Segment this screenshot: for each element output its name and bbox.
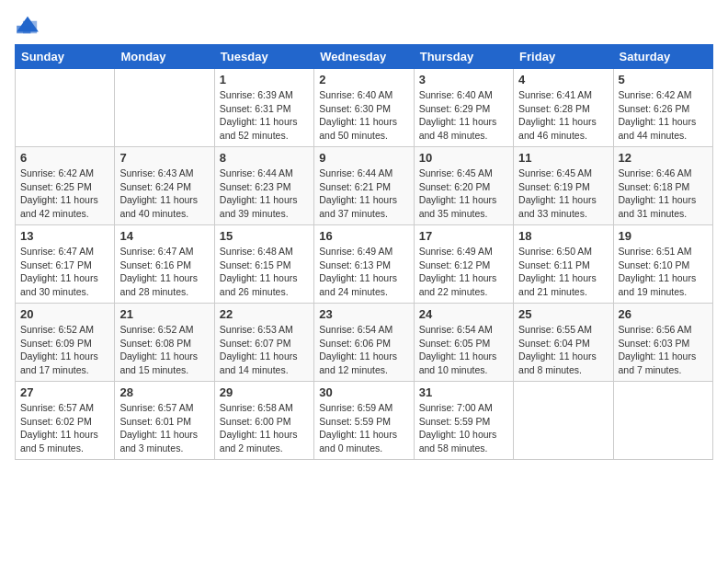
calendar-cell: 7Sunrise: 6:43 AMSunset: 6:24 PMDaylight… — [115, 147, 214, 225]
daylight-text: Daylight: 11 hours and 40 minutes. — [119, 193, 209, 220]
cell-content: Sunrise: 6:40 AMSunset: 6:30 PMDaylight:… — [319, 88, 408, 143]
cell-content: Sunrise: 6:53 AMSunset: 6:07 PMDaylight:… — [220, 323, 309, 377]
cell-content: Sunrise: 6:48 AMSunset: 6:15 PMDaylight:… — [220, 245, 309, 299]
sunrise-text: Sunrise: 6:43 AM — [119, 167, 209, 180]
calendar-cell: 13Sunrise: 6:47 AMSunset: 6:17 PMDayligh… — [16, 225, 115, 304]
cell-content: Sunrise: 6:47 AMSunset: 6:16 PMDaylight:… — [119, 245, 209, 299]
sunrise-text: Sunrise: 6:54 AM — [319, 323, 408, 337]
calendar-table: SundayMondayTuesdayWednesdayThursdayFrid… — [15, 44, 713, 460]
cell-content: Sunrise: 6:55 AMSunset: 6:04 PMDaylight:… — [518, 323, 608, 377]
day-number: 26 — [619, 307, 708, 321]
sunset-text: Sunset: 6:13 PM — [319, 259, 408, 272]
sunrise-text: Sunrise: 6:46 AM — [619, 167, 708, 180]
day-number: 3 — [419, 73, 508, 86]
day-number: 13 — [20, 229, 109, 243]
calendar-cell — [16, 69, 115, 147]
sunrise-text: Sunrise: 6:57 AM — [20, 401, 109, 415]
calendar-cell: 28Sunrise: 6:57 AMSunset: 6:01 PMDayligh… — [115, 382, 214, 460]
sunset-text: Sunset: 6:17 PM — [20, 259, 109, 272]
cell-content: Sunrise: 6:49 AMSunset: 6:12 PMDaylight:… — [419, 245, 508, 299]
sunset-text: Sunset: 6:20 PM — [419, 180, 508, 194]
daylight-text: Daylight: 11 hours and 33 minutes. — [518, 193, 608, 220]
day-number: 23 — [319, 307, 408, 321]
sunrise-text: Sunrise: 6:44 AM — [220, 167, 309, 180]
sunset-text: Sunset: 6:09 PM — [20, 337, 109, 350]
day-number: 17 — [419, 229, 508, 243]
daylight-text: Daylight: 11 hours and 7 minutes. — [619, 350, 708, 376]
calendar-cell: 11Sunrise: 6:45 AMSunset: 6:19 PMDayligh… — [514, 147, 613, 225]
calendar-cell: 24Sunrise: 6:54 AMSunset: 6:05 PMDayligh… — [414, 304, 513, 382]
svg-rect-2 — [17, 26, 30, 33]
sunset-text: Sunset: 6:28 PM — [518, 102, 608, 116]
calendar-cell: 16Sunrise: 6:49 AMSunset: 6:13 PMDayligh… — [314, 225, 414, 304]
sunrise-text: Sunrise: 6:52 AM — [20, 323, 109, 337]
calendar-cell: 5Sunrise: 6:42 AMSunset: 6:26 PMDaylight… — [613, 69, 712, 147]
daylight-text: Daylight: 11 hours and 48 minutes. — [419, 115, 508, 142]
sunset-text: Sunset: 6:19 PM — [518, 180, 608, 194]
daylight-text: Daylight: 11 hours and 52 minutes. — [220, 115, 309, 142]
sunset-text: Sunset: 6:07 PM — [220, 337, 309, 350]
sunrise-text: Sunrise: 6:44 AM — [319, 167, 408, 180]
day-number: 10 — [419, 151, 508, 165]
day-number: 2 — [319, 73, 408, 86]
header-row: SundayMondayTuesdayWednesdayThursdayFrid… — [16, 45, 713, 69]
calendar-cell: 25Sunrise: 6:55 AMSunset: 6:04 PMDayligh… — [514, 304, 613, 382]
sunset-text: Sunset: 6:11 PM — [518, 259, 608, 272]
cell-content: Sunrise: 6:51 AMSunset: 6:10 PMDaylight:… — [619, 245, 708, 299]
day-number: 21 — [119, 307, 209, 321]
daylight-text: Daylight: 11 hours and 37 minutes. — [319, 193, 408, 220]
sunset-text: Sunset: 6:06 PM — [319, 337, 408, 350]
sunset-text: Sunset: 5:59 PM — [419, 415, 508, 429]
sunrise-text: Sunrise: 6:42 AM — [619, 88, 708, 102]
cell-content: Sunrise: 6:52 AMSunset: 6:08 PMDaylight:… — [119, 323, 209, 377]
calendar-cell: 4Sunrise: 6:41 AMSunset: 6:28 PMDaylight… — [514, 69, 613, 147]
sunrise-text: Sunrise: 6:47 AM — [20, 245, 109, 259]
day-number: 4 — [518, 73, 608, 86]
sunrise-text: Sunrise: 6:52 AM — [119, 323, 209, 337]
sunset-text: Sunset: 6:02 PM — [20, 415, 109, 429]
sunrise-text: Sunrise: 6:40 AM — [419, 88, 508, 102]
logo — [15, 15, 44, 35]
sunrise-text: Sunrise: 6:47 AM — [119, 245, 209, 259]
calendar-cell: 8Sunrise: 6:44 AMSunset: 6:23 PMDaylight… — [214, 147, 313, 225]
sunset-text: Sunset: 6:04 PM — [518, 337, 608, 350]
day-number: 20 — [20, 307, 109, 321]
cell-content: Sunrise: 6:50 AMSunset: 6:11 PMDaylight:… — [518, 245, 608, 299]
cell-content: Sunrise: 6:42 AMSunset: 6:26 PMDaylight:… — [619, 88, 708, 143]
daylight-text: Daylight: 11 hours and 35 minutes. — [419, 193, 508, 220]
daylight-text: Daylight: 11 hours and 17 minutes. — [20, 350, 109, 376]
cell-content: Sunrise: 6:46 AMSunset: 6:18 PMDaylight:… — [619, 167, 708, 221]
calendar-cell: 19Sunrise: 6:51 AMSunset: 6:10 PMDayligh… — [613, 225, 712, 304]
sunset-text: Sunset: 6:05 PM — [419, 337, 508, 350]
calendar-cell: 29Sunrise: 6:58 AMSunset: 6:00 PMDayligh… — [214, 382, 313, 460]
day-number: 9 — [319, 151, 408, 165]
sunrise-text: Sunrise: 6:42 AM — [20, 167, 109, 180]
day-number: 1 — [220, 73, 309, 86]
col-header-sunday: Sunday — [16, 45, 115, 69]
day-number: 8 — [220, 151, 309, 165]
calendar-cell: 1Sunrise: 6:39 AMSunset: 6:31 PMDaylight… — [214, 69, 313, 147]
cell-content: Sunrise: 7:00 AMSunset: 5:59 PMDaylight:… — [419, 401, 508, 455]
cell-content: Sunrise: 6:44 AMSunset: 6:23 PMDaylight:… — [220, 167, 309, 221]
sunrise-text: Sunrise: 6:48 AM — [220, 245, 309, 259]
sunrise-text: Sunrise: 6:40 AM — [319, 88, 408, 102]
calendar-week-2: 6Sunrise: 6:42 AMSunset: 6:25 PMDaylight… — [16, 147, 713, 225]
calendar-week-5: 27Sunrise: 6:57 AMSunset: 6:02 PMDayligh… — [16, 382, 713, 460]
day-number: 14 — [119, 229, 209, 243]
col-header-saturday: Saturday — [613, 45, 712, 69]
sunrise-text: Sunrise: 6:51 AM — [619, 245, 708, 259]
calendar-cell: 31Sunrise: 7:00 AMSunset: 5:59 PMDayligh… — [414, 382, 513, 460]
cell-content: Sunrise: 6:42 AMSunset: 6:25 PMDaylight:… — [20, 167, 109, 221]
sunset-text: Sunset: 6:25 PM — [20, 180, 109, 194]
sunset-text: Sunset: 6:21 PM — [319, 180, 408, 194]
calendar-week-3: 13Sunrise: 6:47 AMSunset: 6:17 PMDayligh… — [16, 225, 713, 304]
daylight-text: Daylight: 10 hours and 58 minutes. — [419, 428, 508, 454]
cell-content: Sunrise: 6:52 AMSunset: 6:09 PMDaylight:… — [20, 323, 109, 377]
cell-content: Sunrise: 6:56 AMSunset: 6:03 PMDaylight:… — [619, 323, 708, 377]
daylight-text: Daylight: 11 hours and 26 minutes. — [220, 271, 309, 298]
calendar-cell: 2Sunrise: 6:40 AMSunset: 6:30 PMDaylight… — [314, 69, 414, 147]
daylight-text: Daylight: 11 hours and 8 minutes. — [518, 350, 608, 376]
daylight-text: Daylight: 11 hours and 31 minutes. — [619, 193, 708, 220]
calendar-cell: 3Sunrise: 6:40 AMSunset: 6:29 PMDaylight… — [414, 69, 513, 147]
calendar-cell: 10Sunrise: 6:45 AMSunset: 6:20 PMDayligh… — [414, 147, 513, 225]
